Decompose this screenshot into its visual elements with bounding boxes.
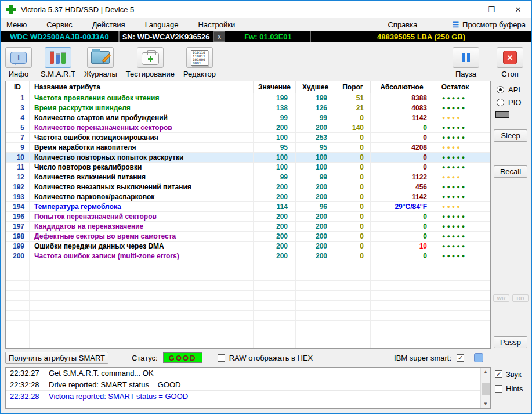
app-logo-icon <box>6 5 16 14</box>
radio-api[interactable]: API <box>497 85 520 94</box>
ibm-smart-label: IBM super smart: <box>394 354 451 362</box>
color-indicator <box>474 353 483 362</box>
header-worst[interactable]: Худшее <box>296 81 335 93</box>
sound-checkbox-group[interactable]: ✓ Звук <box>495 370 522 379</box>
pause-button-label: Пауза <box>455 70 476 78</box>
menu-item-help[interactable]: Справка <box>379 19 426 30</box>
passp-button[interactable]: Passp <box>494 336 527 348</box>
log-entry: 22:32:28Victoria reported: SMART status … <box>6 391 490 402</box>
info-button[interactable]: i Инфо <box>5 47 32 78</box>
table-row[interactable]: 200Частота ошибок записи (multi-zone err… <box>6 251 490 261</box>
table-row[interactable]: 197Кандидатов на переназначение20020000●… <box>6 222 490 232</box>
menu-item-4[interactable]: Настройки <box>188 19 245 30</box>
table-row[interactable]: 192Количество внезапных выключений питан… <box>6 182 490 192</box>
radio-pio[interactable]: PIO <box>497 98 521 107</box>
buffer-view-button[interactable]: ☰ Просмотр буфера <box>452 20 526 29</box>
testing-button[interactable]: Тестирование <box>126 47 175 78</box>
table-row[interactable]: 196Попыток переназначений секторов200200… <box>6 212 490 222</box>
device-serial: SN: WD-WCAV2K936526 <box>120 31 212 42</box>
wr-button[interactable]: WR <box>493 294 509 302</box>
scroll-up-icon[interactable]: ▲ <box>481 368 490 376</box>
stop-button-label: Стоп <box>501 70 518 78</box>
table-row[interactable]: 11Число повторов рекалибровки10010000●●●… <box>6 163 490 172</box>
table-row[interactable]: 1Частота проявления ошибок чтения1991995… <box>6 93 490 103</box>
table-row[interactable]: 5Количество переназначенных секторов2002… <box>6 123 490 133</box>
menu-item-3[interactable]: Language <box>135 19 189 30</box>
recall-button[interactable]: Recall <box>494 165 527 178</box>
sleep-button[interactable]: Sleep <box>494 129 527 142</box>
header-spacer <box>477 81 490 93</box>
radio-api-circle <box>497 86 504 93</box>
log-entry: 22:32:27Get S.M.A.R.T. command... OK <box>6 368 490 379</box>
table-row[interactable]: 9Время наработки накопителя959504208●●●● <box>6 143 490 153</box>
status-label: Статус: <box>132 354 158 362</box>
table-row[interactable]: 10Количество повторных попыток раскрутки… <box>6 153 490 163</box>
table-row-empty <box>6 321 490 330</box>
raw-hex-checkbox-group[interactable]: RAW отображать в HEX <box>218 354 313 362</box>
log-timestamp: 22:32:28 <box>6 379 42 390</box>
header-absolute[interactable]: Абсолютное <box>371 81 433 93</box>
scroll-thumb[interactable] <box>482 383 490 395</box>
table-row-empty <box>6 271 490 281</box>
table-row[interactable]: 3Время раскрутки шпинделя138126214083●●●… <box>6 103 490 113</box>
sound-checkbox[interactable]: ✓ <box>495 370 502 378</box>
table-header: ID Название атрибута Значение Худшее Пор… <box>6 81 490 93</box>
maximize-button[interactable]: ❐ <box>478 1 505 18</box>
log-scrollbar[interactable]: ▲ ▼ <box>480 368 490 408</box>
close-button[interactable]: ✕ <box>505 1 531 18</box>
hints-checkbox[interactable] <box>495 385 502 393</box>
log-message: Get S.M.A.R.T. command... OK <box>42 369 154 377</box>
stop-icon: ✕ <box>503 51 517 64</box>
smart-attributes-table: ID Название атрибута Значение Худшее Пор… <box>5 81 491 349</box>
hints-checkbox-group[interactable]: Hints <box>495 384 523 393</box>
table-row-empty <box>6 311 490 321</box>
log-panel: 22:32:27Get S.M.A.R.T. command... OK22:3… <box>5 367 491 409</box>
editor-button[interactable]: 010110 110011 101000 0001 Редактор <box>183 47 216 78</box>
pause-icon <box>462 53 470 62</box>
table-row[interactable]: 198Дефектные секторы во время самотеста2… <box>6 232 490 242</box>
header-value[interactable]: Значение <box>254 81 296 93</box>
log-message: Victoria reported: SMART status = GOOD <box>42 392 188 401</box>
table-row[interactable]: 7Частота ошибок позиционирования10025300… <box>6 133 490 143</box>
log-entry: 22:32:28Drive reported: SMART status = G… <box>6 379 490 391</box>
header-id[interactable]: ID <box>6 81 30 93</box>
table-row-empty <box>6 291 490 301</box>
victoria-window: Victoria 5.37 HDD/SSD | Device 5 — ❐ ✕ М… <box>0 0 532 414</box>
testing-button-label: Тестирование <box>126 70 175 78</box>
raw-hex-checkbox[interactable] <box>218 354 225 362</box>
first-aid-kit-icon <box>142 52 159 65</box>
stop-button[interactable]: ✕ Стоп <box>497 47 523 78</box>
table-row[interactable]: 193Количество парковок/распарковок200200… <box>6 192 490 202</box>
device-model[interactable]: WDC WD2500AAJB-00J3A0 <box>1 31 120 42</box>
table-row[interactable]: 194Температура гермоблока11496029°C/84°F… <box>6 202 490 212</box>
header-health[interactable]: Остаток <box>433 81 477 93</box>
menu-right: Справка ☰ Просмотр буфера <box>379 19 531 30</box>
scroll-down-icon[interactable]: ▼ <box>481 399 490 408</box>
table-row[interactable]: 12Количество включений питания999901122●… <box>6 172 490 182</box>
device-close-button[interactable]: x <box>213 31 225 42</box>
status-bar: Получить атрибуты SMART Статус: GOOD RAW… <box>1 350 491 366</box>
menu-item-0[interactable]: Меню <box>1 19 37 30</box>
editor-button-label: Редактор <box>183 70 216 78</box>
radio-api-label: API <box>508 85 520 94</box>
menu-item-2[interactable]: Действия <box>82 19 135 30</box>
buffer-view-label: Просмотр буфера <box>462 20 526 29</box>
logs-button[interactable]: Журналы <box>84 47 117 78</box>
table-row-empty <box>6 330 490 340</box>
list-icon: ☰ <box>452 21 459 28</box>
device-capacity: 488395055 LBA (250 GB) <box>311 31 531 42</box>
table-row-empty <box>6 261 490 271</box>
header-attribute-name[interactable]: Название атрибута <box>30 81 254 93</box>
minimize-button[interactable]: — <box>451 1 478 18</box>
rd-button[interactable]: RD <box>512 294 529 302</box>
smart-button[interactable]: S.M.A.R.T <box>41 47 75 78</box>
sound-label: Звук <box>506 370 522 379</box>
get-smart-button[interactable]: Получить атрибуты SMART <box>5 352 108 364</box>
header-threshold[interactable]: Порог <box>335 81 371 93</box>
ibm-smart-checkbox[interactable]: ✓ <box>457 354 464 362</box>
logs-button-label: Журналы <box>84 70 117 78</box>
pause-button[interactable]: Пауза <box>453 47 479 78</box>
menu-item-1[interactable]: Сервис <box>37 19 82 30</box>
table-row[interactable]: 199Ошибки передачи данных через DMA20020… <box>6 242 490 251</box>
table-row[interactable]: 4Количество стартов или пробуждений99990… <box>6 113 490 123</box>
